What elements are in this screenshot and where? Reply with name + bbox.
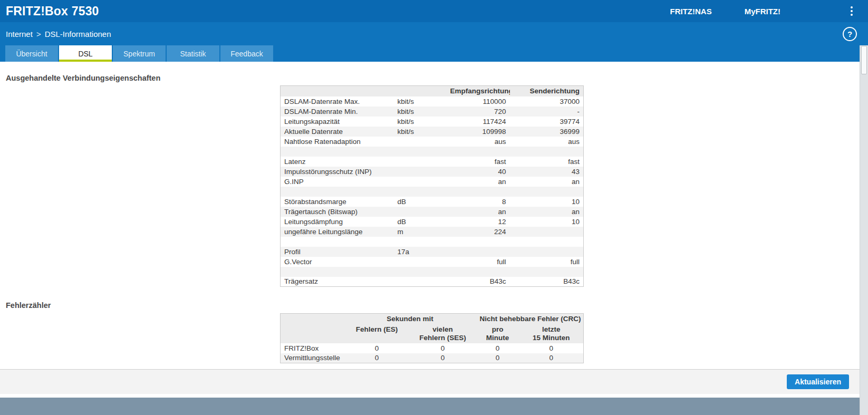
tab-dsl[interactable]: DSL (59, 45, 112, 62)
col-header-empty (281, 324, 344, 343)
scrollbar-thumb[interactable] (861, 46, 867, 74)
row-unit: dB (394, 217, 447, 227)
breadcrumb-section[interactable]: Internet (6, 30, 33, 38)
row-label: Aktuelle Datenrate (281, 127, 394, 137)
group-header-empty (281, 314, 344, 324)
row-unit: kbit/s (394, 96, 447, 107)
row-downstream: fast (447, 157, 510, 167)
app-title: FRITZ!Box 7530 (6, 4, 99, 18)
row-unit (394, 207, 447, 217)
row-unit: dB (394, 197, 447, 207)
row-downstream: 109998 (447, 127, 510, 137)
row-downstream (447, 247, 510, 257)
section-heading-errors: Fehlerzähler (6, 301, 868, 310)
row-crc-per-minute: 0 (476, 353, 519, 363)
col-header-unit (394, 86, 447, 96)
row-downstream: 40 (447, 167, 510, 177)
row-upstream: full (510, 257, 584, 267)
row-upstream: B43c (510, 277, 584, 287)
row-label: G.Vector (281, 257, 394, 267)
row-upstream: 10 (510, 197, 584, 207)
row-ses: 0 (410, 353, 476, 363)
row-upstream (510, 227, 584, 237)
row-unit (394, 167, 447, 177)
row-downstream: 224 (447, 227, 510, 237)
breadcrumb-separator: > (36, 30, 41, 38)
col-header-crc-last15: letzte 15 Minuten (519, 324, 584, 343)
row-downstream: an (447, 177, 510, 187)
row-downstream: 720 (447, 107, 510, 117)
section-heading-connection: Ausgehandelte Verbindungseigenschaften (6, 73, 868, 83)
kebab-menu-icon[interactable] (848, 5, 855, 17)
sub-header-row: Fehlern (ES) vielen Fehlern (SES) pro Mi… (281, 324, 584, 343)
fritznas-link[interactable]: FRITZ!NAS (670, 7, 712, 16)
tab-bar: Übersicht DSL Spektrum Statistik Feedbac… (0, 45, 868, 62)
main-content: Ausgehandelte Verbindungseigenschaften E… (0, 62, 868, 369)
vertical-scrollbar[interactable] (860, 45, 868, 415)
spacer-row (281, 237, 584, 247)
row-downstream: 110000 (447, 96, 510, 107)
table-row: Aktuelle Datenrate kbit/s 109998 36999 (281, 127, 584, 137)
row-es: 0 (344, 353, 410, 363)
tab-feedback[interactable]: Feedback (220, 45, 273, 62)
row-downstream: an (447, 207, 510, 217)
row-crc-last15: 0 (519, 343, 584, 353)
bottom-strip (0, 398, 868, 415)
row-unit (394, 257, 447, 267)
row-label: Störabstandsmarge (281, 197, 394, 207)
table-row: Profil 17a (281, 247, 584, 257)
row-label: Latenz (281, 157, 394, 167)
row-label: Profil (281, 247, 394, 257)
footer-gap (0, 394, 868, 398)
breadcrumb: Internet > DSL-Informationen (6, 30, 111, 38)
row-label: Nahtlose Ratenadaption (281, 137, 394, 147)
app-header: FRITZ!Box 7530 FRITZ!NAS MyFRITZ! (0, 0, 868, 22)
row-es: 0 (344, 343, 410, 353)
row-upstream: 43 (510, 167, 584, 177)
row-unit: 17a (394, 247, 447, 257)
row-crc-per-minute: 0 (476, 343, 519, 353)
col-header-es: Fehlern (ES) (344, 324, 410, 343)
refresh-button[interactable]: Aktualisieren (787, 374, 849, 389)
col-header-crc-per-minute: pro Minute (476, 324, 519, 343)
table-row: Störabstandsmarge dB 8 10 (281, 197, 584, 207)
row-downstream: 12 (447, 217, 510, 227)
table-row: Latenz fast fast (281, 157, 584, 167)
row-upstream: an (510, 207, 584, 217)
help-icon[interactable]: ? (843, 27, 857, 41)
table-row: G.Vector full full (281, 257, 584, 267)
tab-uebersicht[interactable]: Übersicht (5, 45, 58, 62)
table-row: Leitungskapazität kbit/s 117424 39774 (281, 117, 584, 127)
table-row: Vermittlungsstelle 0 0 0 0 (281, 353, 584, 363)
row-unit: kbit/s (394, 127, 447, 137)
row-upstream: 10 (510, 217, 584, 227)
row-downstream: full (447, 257, 510, 267)
spacer-row (281, 187, 584, 197)
table-row: G.INP an an (281, 177, 584, 187)
row-label: Trägersatz (281, 277, 394, 287)
connection-properties-table: Empfangsrichtung Senderichtung DSLAM-Dat… (280, 85, 584, 287)
tab-spektrum[interactable]: Spektrum (113, 45, 166, 62)
table-row: Trägersatz B43c B43c (281, 277, 584, 287)
table-row: ungefähre Leitungslänge m 224 (281, 227, 584, 237)
spacer-row (281, 147, 584, 157)
row-crc-last15: 0 (519, 353, 584, 363)
row-unit: kbit/s (394, 117, 447, 127)
myfritz-link[interactable]: MyFRITZ! (745, 7, 780, 16)
row-label: FRITZ!Box (281, 343, 344, 353)
row-label: Impulsstörungsschutz (INP) (281, 167, 394, 177)
breadcrumb-page: DSL-Informationen (45, 30, 111, 38)
tab-statistik[interactable]: Statistik (167, 45, 219, 62)
table-row: Nahtlose Ratenadaption aus aus (281, 137, 584, 147)
table-row: FRITZ!Box 0 0 0 0 (281, 343, 584, 353)
row-downstream: aus (447, 137, 510, 147)
col-header-ses: vielen Fehlern (SES) (410, 324, 476, 343)
row-downstream: B43c (447, 277, 510, 287)
row-label: DSLAM-Datenrate Max. (281, 96, 394, 107)
table-header-row: Empfangsrichtung Senderichtung (281, 86, 584, 96)
group-header-seconds: Sekunden mit (344, 314, 476, 324)
table-row: DSLAM-Datenrate Min. kbit/s 720 - (281, 107, 584, 117)
row-ses: 0 (410, 343, 476, 353)
row-label: G.INP (281, 177, 394, 187)
row-label: DSLAM-Datenrate Min. (281, 107, 394, 117)
